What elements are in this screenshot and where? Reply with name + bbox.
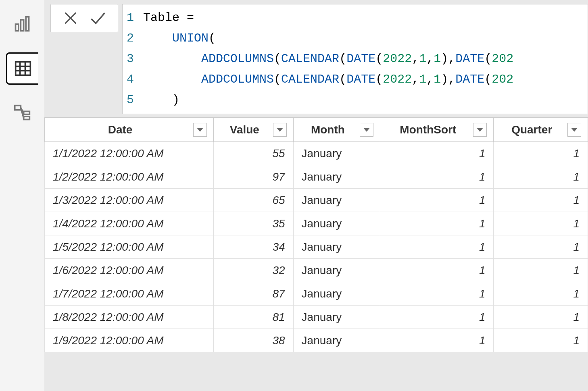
cell-month[interactable]: January (293, 306, 380, 329)
filter-dropdown-icon[interactable] (360, 123, 373, 137)
table-header-row: DateValueMonthMonthSortQuarter (45, 118, 588, 142)
column-header-label: Month (300, 123, 356, 136)
column-header-label: Quarter (500, 123, 563, 136)
data-grid: DateValueMonthMonthSortQuarter 1/1/2022 … (44, 117, 588, 352)
cell-date[interactable]: 1/2/2022 12:00:00 AM (45, 165, 214, 189)
cell-quarter[interactable]: 1 (494, 212, 588, 235)
cell-month[interactable]: January (293, 165, 380, 189)
svg-marker-18 (477, 128, 483, 132)
cell-date[interactable]: 1/5/2022 12:00:00 AM (45, 235, 214, 259)
cell-monthsort[interactable]: 1 (380, 329, 494, 352)
cell-quarter[interactable]: 1 (494, 259, 588, 282)
cell-value[interactable]: 87 (214, 282, 294, 306)
cell-value[interactable]: 34 (214, 235, 294, 259)
table-row[interactable]: 1/7/2022 12:00:00 AM87January11 (45, 282, 588, 306)
cell-quarter[interactable]: 1 (494, 142, 588, 165)
cell-date[interactable]: 1/4/2022 12:00:00 AM (45, 212, 214, 235)
cell-date[interactable]: 1/3/2022 12:00:00 AM (45, 189, 214, 212)
formula-editor[interactable]: 12345 Table = UNION( ADDCOLUMNS(CALENDAR… (122, 4, 588, 114)
cell-month[interactable]: January (293, 235, 380, 259)
filter-dropdown-icon[interactable] (473, 123, 487, 137)
column-header-date[interactable]: Date (45, 118, 214, 142)
data-view-button[interactable] (6, 52, 38, 85)
filter-dropdown-icon[interactable] (193, 123, 207, 137)
table-row[interactable]: 1/5/2022 12:00:00 AM34January11 (45, 235, 588, 259)
cell-date[interactable]: 1/6/2022 12:00:00 AM (45, 259, 214, 282)
svg-marker-19 (571, 128, 578, 132)
svg-rect-9 (24, 111, 30, 114)
svg-rect-1 (21, 20, 23, 31)
line-gutter: 12345 (123, 4, 139, 114)
cell-month[interactable]: January (293, 259, 380, 282)
table-row[interactable]: 1/4/2022 12:00:00 AM35January11 (45, 212, 588, 235)
formula-bar: 12345 Table = UNION( ADDCOLUMNS(CALENDAR… (44, 0, 588, 114)
cell-monthsort[interactable]: 1 (380, 142, 494, 165)
filter-dropdown-icon[interactable] (567, 123, 581, 137)
cell-monthsort[interactable]: 1 (380, 306, 494, 329)
table-row[interactable]: 1/3/2022 12:00:00 AM65January11 (45, 189, 588, 212)
view-switcher-sidebar (0, 0, 44, 391)
filter-dropdown-icon[interactable] (273, 123, 287, 137)
cell-value[interactable]: 55 (214, 142, 294, 165)
column-header-monthsort[interactable]: MonthSort (380, 118, 494, 142)
table-row[interactable]: 1/2/2022 12:00:00 AM97January11 (45, 165, 588, 189)
formula-actions (50, 4, 118, 32)
cancel-formula-button[interactable] (61, 8, 80, 28)
svg-rect-0 (16, 24, 19, 31)
cell-quarter[interactable]: 1 (494, 165, 588, 189)
cell-monthsort[interactable]: 1 (380, 189, 494, 212)
column-header-label: Value (220, 123, 269, 136)
table-row[interactable]: 1/8/2022 12:00:00 AM81January11 (45, 306, 588, 329)
cell-value[interactable]: 38 (214, 329, 294, 352)
cell-value[interactable]: 65 (214, 189, 294, 212)
svg-marker-15 (197, 128, 203, 132)
cell-date[interactable]: 1/8/2022 12:00:00 AM (45, 306, 214, 329)
column-header-month[interactable]: Month (293, 118, 380, 142)
model-view-button[interactable] (6, 97, 38, 129)
svg-marker-17 (363, 128, 370, 132)
cell-quarter[interactable]: 1 (494, 189, 588, 212)
table-row[interactable]: 1/6/2022 12:00:00 AM32January11 (45, 259, 588, 282)
cell-monthsort[interactable]: 1 (380, 165, 494, 189)
cell-value[interactable]: 81 (214, 306, 294, 329)
cell-value[interactable]: 97 (214, 165, 294, 189)
cell-value[interactable]: 35 (214, 212, 294, 235)
table-row[interactable]: 1/9/2022 12:00:00 AM38January11 (45, 329, 588, 352)
column-header-label: Date (51, 123, 189, 136)
cell-month[interactable]: January (293, 212, 380, 235)
table-body: 1/1/2022 12:00:00 AM55January111/2/2022 … (45, 142, 588, 352)
cell-quarter[interactable]: 1 (494, 306, 588, 329)
report-view-button[interactable] (6, 8, 38, 40)
cell-monthsort[interactable]: 1 (380, 212, 494, 235)
column-header-value[interactable]: Value (214, 118, 294, 142)
svg-rect-2 (26, 17, 29, 31)
cell-monthsort[interactable]: 1 (380, 259, 494, 282)
cell-date[interactable]: 1/7/2022 12:00:00 AM (45, 282, 214, 306)
cell-month[interactable]: January (293, 282, 380, 306)
cell-month[interactable]: January (293, 329, 380, 352)
svg-rect-3 (15, 62, 30, 75)
cell-quarter[interactable]: 1 (494, 282, 588, 306)
commit-formula-button[interactable] (88, 8, 108, 28)
svg-rect-10 (24, 116, 30, 119)
cell-quarter[interactable]: 1 (494, 235, 588, 259)
cell-quarter[interactable]: 1 (494, 329, 588, 352)
cell-month[interactable]: January (293, 189, 380, 212)
column-header-quarter[interactable]: Quarter (494, 118, 588, 142)
table-row[interactable]: 1/1/2022 12:00:00 AM55January11 (45, 142, 588, 165)
cell-value[interactable]: 32 (214, 259, 294, 282)
svg-marker-16 (277, 128, 283, 132)
svg-rect-8 (15, 106, 21, 110)
cell-monthsort[interactable]: 1 (380, 282, 494, 306)
cell-date[interactable]: 1/1/2022 12:00:00 AM (45, 142, 214, 165)
cell-month[interactable]: January (293, 142, 380, 165)
column-header-label: MonthSort (387, 123, 469, 136)
cell-date[interactable]: 1/9/2022 12:00:00 AM (45, 329, 214, 352)
cell-monthsort[interactable]: 1 (380, 235, 494, 259)
code-content[interactable]: Table = UNION( ADDCOLUMNS(CALENDAR(DATE(… (139, 4, 517, 114)
